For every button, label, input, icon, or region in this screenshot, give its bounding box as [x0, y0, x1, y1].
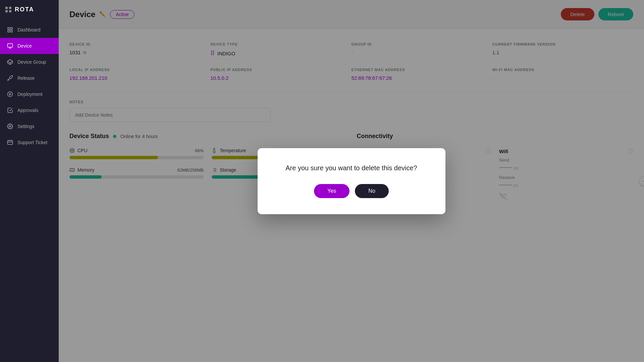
modal-overlay: Are you sure you want to delete this dev…: [59, 0, 644, 362]
grid-icon: [7, 26, 13, 33]
grid-icon: [5, 7, 11, 13]
sidebar-nav: Dashboard Device Device Group: [0, 19, 59, 362]
confirm-no-button[interactable]: No: [355, 184, 388, 198]
svg-point-13: [9, 126, 11, 127]
svg-rect-4: [8, 44, 13, 47]
sidebar-item-dashboard[interactable]: Dashboard: [0, 22, 59, 38]
svg-line-10: [8, 61, 10, 63]
modal-text: Are you sure you want to delete this dev…: [278, 164, 425, 172]
launch-icon: [7, 91, 13, 98]
sidebar-item-deployment[interactable]: Deployment: [0, 86, 59, 102]
device-icon: [7, 43, 13, 49]
sidebar-label-approvals: Approvals: [17, 108, 38, 113]
sidebar-item-release[interactable]: Release: [0, 70, 59, 86]
sidebar-label-support-ticket: Support Ticket: [17, 140, 48, 145]
confirm-modal: Are you sure you want to delete this dev…: [258, 148, 445, 214]
svg-rect-14: [8, 140, 13, 144]
sidebar-item-device-group[interactable]: Device Group: [0, 54, 59, 70]
check-icon: [7, 107, 13, 114]
svg-marker-12: [10, 93, 11, 95]
ticket-icon: [7, 139, 13, 146]
sidebar-item-settings[interactable]: Settings: [0, 118, 59, 134]
svg-line-9: [10, 61, 13, 63]
svg-rect-2: [8, 31, 9, 32]
svg-point-11: [8, 92, 13, 97]
sidebar: ROTA Dashboard Device: [0, 0, 59, 362]
sidebar-item-device[interactable]: Device: [0, 38, 59, 54]
svg-rect-1: [11, 27, 12, 29]
sidebar-label-device: Device: [17, 43, 32, 49]
cube-icon: [7, 59, 13, 65]
sidebar-header: ROTA: [0, 0, 59, 19]
sidebar-label-device-group: Device Group: [17, 59, 46, 65]
sidebar-label-deployment: Deployment: [17, 92, 43, 97]
confirm-yes-button[interactable]: Yes: [314, 184, 350, 198]
main-content: ‹ Device ✏️ Active Delete Reboot DEVICE …: [59, 0, 644, 362]
gear-icon: [7, 123, 13, 130]
sidebar-label-release: Release: [17, 75, 35, 81]
sidebar-item-approvals[interactable]: Approvals: [0, 102, 59, 118]
rocket-icon: [7, 75, 13, 81]
app-logo: ROTA: [15, 6, 34, 13]
svg-rect-3: [11, 31, 12, 32]
sidebar-item-support-ticket[interactable]: Support Ticket: [0, 134, 59, 150]
sidebar-label-dashboard: Dashboard: [17, 27, 41, 33]
sidebar-label-settings: Settings: [17, 124, 35, 129]
modal-buttons: Yes No: [278, 184, 425, 198]
svg-rect-0: [8, 27, 9, 29]
